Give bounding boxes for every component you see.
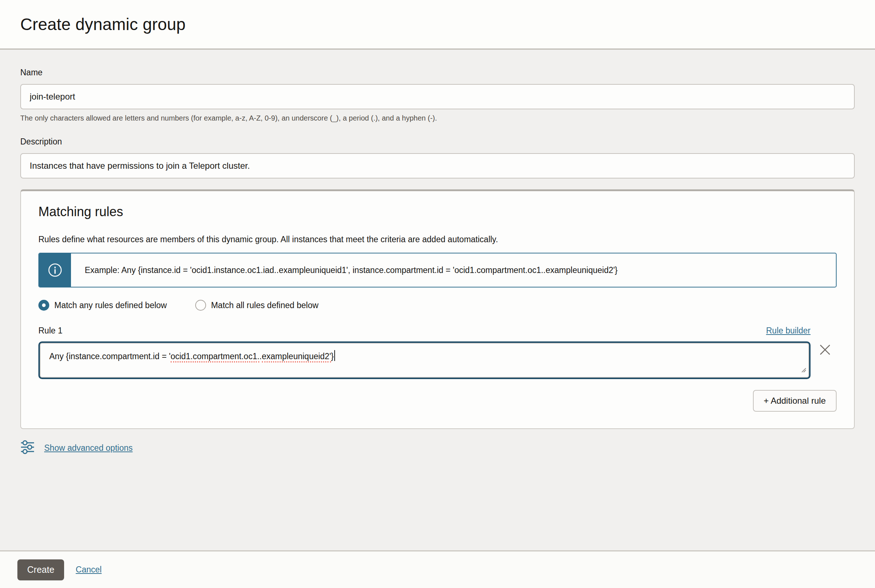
example-text: Example: Any {instance.id = 'ocid1.insta… — [71, 254, 836, 287]
matching-rules-panel: Matching rules Rules define what resourc… — [20, 189, 855, 429]
radio-match-any-label: Match any rules defined below — [54, 300, 167, 310]
rule1-editor-wrap: Any {instance.compartment.id = 'ocid1.co… — [38, 341, 810, 379]
match-mode-radios: Match any rules defined below Match all … — [38, 300, 837, 310]
name-label: Name — [20, 68, 855, 78]
rule-text-misspelled-1: ocid1.compartment.oc1. — [171, 352, 259, 362]
description-label: Description — [20, 137, 855, 147]
advanced-options-row: Show advanced options — [20, 440, 855, 456]
create-button[interactable]: Create — [17, 560, 64, 580]
text-caret — [334, 350, 335, 361]
matching-rules-intro: Rules define what resources are members … — [38, 234, 837, 245]
page-header: Create dynamic group — [0, 0, 875, 50]
name-helper-text: The only characters allowed are letters … — [20, 114, 855, 122]
resize-grip-icon[interactable] — [800, 366, 807, 375]
info-icon — [39, 254, 71, 287]
rule-text-mid: . — [259, 352, 261, 361]
name-input[interactable] — [20, 84, 855, 110]
page-title: Create dynamic group — [20, 15, 186, 34]
radio-match-all[interactable]: Match all rules defined below — [195, 300, 319, 310]
remove-rule-button[interactable] — [817, 342, 833, 358]
rule1-label: Rule 1 — [38, 326, 62, 336]
rule-text-prefix: Any {instance.compartment.id = ' — [49, 352, 171, 361]
rule1-header-row: Rule 1 Rule builder — [38, 326, 810, 336]
description-input[interactable] — [20, 153, 855, 178]
matching-rules-title: Matching rules — [38, 204, 837, 219]
additional-rule-row: + Additional rule — [38, 390, 837, 412]
radio-selected-icon[interactable] — [38, 300, 49, 310]
rule1-textarea[interactable]: Any {instance.compartment.id = 'ocid1.co… — [40, 343, 809, 378]
radio-unselected-icon[interactable] — [195, 300, 206, 310]
close-icon — [818, 343, 832, 358]
page-footer: Create Cancel — [0, 550, 875, 588]
show-advanced-options-link[interactable]: Show advanced options — [44, 443, 132, 453]
additional-rule-button[interactable]: + Additional rule — [753, 390, 837, 412]
rule1-textarea-focus-ring: Any {instance.compartment.id = 'ocid1.co… — [38, 341, 810, 379]
cancel-link[interactable]: Cancel — [76, 565, 102, 574]
rule-builder-link[interactable]: Rule builder — [766, 326, 810, 336]
sliders-icon — [20, 440, 35, 456]
rule-text-suffix: } — [331, 352, 334, 361]
rule-text-misspelled-2: exampleuniqueid2' — [262, 352, 331, 362]
radio-match-any[interactable]: Match any rules defined below — [38, 300, 167, 310]
radio-match-all-label: Match all rules defined below — [211, 300, 319, 310]
create-dynamic-group-form: Name The only characters allowed are let… — [0, 50, 875, 456]
example-info-banner: Example: Any {instance.id = 'ocid1.insta… — [38, 253, 837, 288]
